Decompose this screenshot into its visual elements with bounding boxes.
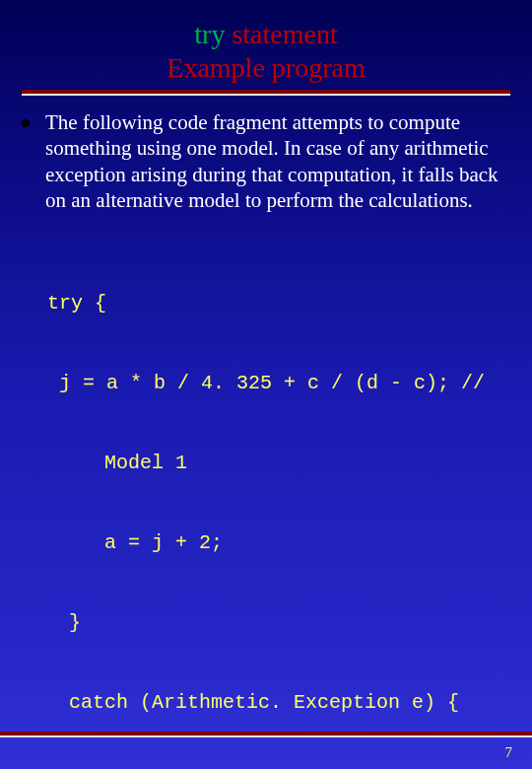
code-line: catch (Arithmetic. Exception e) { [47, 689, 510, 716]
code-line: a = j + 2; [47, 529, 510, 556]
divider-white [0, 735, 532, 737]
footer-divider [0, 732, 532, 737]
title-try-word: try [194, 19, 225, 49]
bullet-item: The following code fragment attempts to … [22, 109, 510, 213]
code-line: try { [47, 290, 510, 316]
title-divider [22, 90, 510, 96]
code-line: Model 1 [47, 450, 510, 476]
title-line-2: Example program [22, 51, 510, 85]
slide-container: try statement Example program The follow… [0, 0, 532, 769]
divider-white [22, 94, 510, 96]
code-line: } [47, 609, 510, 636]
code-block: try { j = a * b / 4. 325 + c / (d - c); … [47, 237, 510, 769]
code-line: j = a * b / 4. 325 + c / (d - c); // [47, 370, 510, 396]
bullet-text: The following code fragment attempts to … [45, 109, 510, 213]
slide-title: try statement Example program [22, 18, 510, 84]
page-number: 7 [505, 744, 513, 761]
bullet-dot-icon [22, 119, 30, 127]
title-line-1: try statement [22, 18, 510, 51]
title-statement-word: statement [225, 19, 337, 49]
